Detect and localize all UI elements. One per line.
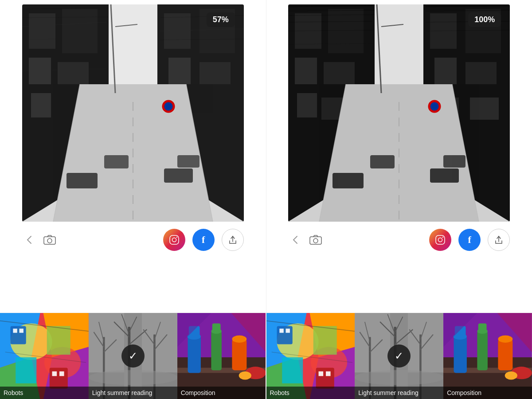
left-percentage-badge: 57% bbox=[207, 12, 235, 27]
svg-rect-62 bbox=[370, 155, 395, 168]
left-thumbnails: Robots bbox=[0, 313, 266, 399]
svg-rect-7 bbox=[31, 93, 51, 117]
right-summer-selected-overlay: ✓ bbox=[355, 313, 443, 399]
svg-rect-173 bbox=[498, 339, 513, 371]
left-summer-checkmark: ✓ bbox=[121, 344, 145, 368]
right-camera-button[interactable] bbox=[308, 232, 324, 248]
svg-rect-93 bbox=[50, 368, 68, 388]
left-panel: 57% f bbox=[0, 0, 266, 313]
svg-rect-56 bbox=[470, 98, 499, 120]
svg-rect-121 bbox=[211, 331, 222, 370]
svg-rect-88 bbox=[16, 357, 36, 383]
right-back-button[interactable] bbox=[288, 233, 302, 247]
svg-point-33 bbox=[47, 239, 52, 243]
facebook-icon: f bbox=[202, 234, 205, 246]
right-image-container: 100% bbox=[288, 4, 510, 222]
left-summer-selected-overlay: ✓ bbox=[89, 313, 177, 399]
right-facebook-button[interactable]: f bbox=[458, 229, 481, 251]
svg-rect-42 bbox=[328, 9, 364, 53]
thumbnail-strips: Robots bbox=[0, 313, 532, 399]
right-thumbnails: Robots bbox=[266, 313, 532, 399]
svg-rect-9 bbox=[164, 13, 191, 49]
svg-rect-123 bbox=[212, 324, 220, 333]
svg-rect-6 bbox=[58, 62, 89, 84]
left-action-bar: f bbox=[22, 222, 244, 255]
svg-rect-124 bbox=[232, 339, 246, 371]
left-share-button[interactable] bbox=[222, 229, 244, 251]
svg-rect-140 bbox=[279, 329, 283, 332]
svg-point-36 bbox=[176, 237, 177, 238]
svg-point-76 bbox=[313, 239, 318, 243]
svg-rect-43 bbox=[295, 58, 317, 84]
svg-rect-92 bbox=[19, 329, 23, 332]
left-summer-label: Light summer reading bbox=[89, 387, 177, 399]
svg-rect-54 bbox=[466, 62, 497, 84]
svg-point-127 bbox=[239, 372, 251, 380]
right-percentage-badge: 100% bbox=[468, 12, 501, 27]
checkmark-icon: ✓ bbox=[129, 350, 137, 362]
right-thumb-summer[interactable]: ✓ Light summer reading bbox=[355, 313, 443, 399]
svg-rect-19 bbox=[104, 155, 129, 168]
svg-point-174 bbox=[498, 336, 513, 343]
svg-rect-77 bbox=[436, 235, 445, 244]
right-instagram-button[interactable] bbox=[429, 229, 451, 251]
svg-rect-141 bbox=[286, 329, 289, 332]
svg-rect-41 bbox=[295, 13, 321, 49]
svg-point-176 bbox=[505, 372, 517, 380]
right-thumb-robots[interactable]: Robots bbox=[266, 313, 355, 399]
right-summer-checkmark: ✓ bbox=[387, 344, 411, 368]
svg-rect-61 bbox=[332, 173, 364, 188]
svg-rect-137 bbox=[282, 357, 303, 383]
svg-rect-90 bbox=[11, 326, 26, 344]
left-camera-button[interactable] bbox=[42, 232, 58, 248]
svg-rect-138 bbox=[313, 326, 336, 355]
svg-rect-11 bbox=[168, 58, 191, 84]
svg-rect-63 bbox=[430, 168, 459, 183]
svg-point-67 bbox=[429, 101, 440, 112]
svg-rect-53 bbox=[434, 58, 457, 84]
facebook-icon-right: f bbox=[468, 234, 471, 246]
svg-rect-3 bbox=[29, 13, 55, 49]
svg-rect-12 bbox=[200, 62, 231, 84]
svg-rect-95 bbox=[59, 372, 64, 376]
left-robots-label: Robots bbox=[0, 387, 89, 399]
svg-rect-20 bbox=[164, 168, 193, 183]
right-checkmark-icon: ✓ bbox=[395, 350, 403, 362]
svg-rect-142 bbox=[316, 368, 334, 388]
svg-rect-94 bbox=[52, 372, 57, 376]
svg-rect-34 bbox=[170, 235, 179, 244]
svg-rect-18 bbox=[66, 173, 98, 188]
svg-rect-21 bbox=[177, 155, 200, 168]
right-share-button[interactable] bbox=[488, 229, 510, 251]
right-panel: 100% f bbox=[266, 0, 532, 313]
svg-rect-89 bbox=[47, 326, 70, 355]
left-facebook-button[interactable]: f bbox=[192, 229, 215, 251]
svg-rect-4 bbox=[62, 9, 98, 53]
left-thumb-summer[interactable]: ✓ Light summer reading bbox=[89, 313, 177, 399]
svg-rect-118 bbox=[188, 336, 200, 373]
svg-rect-172 bbox=[478, 324, 487, 333]
right-composition-label: Composition bbox=[443, 387, 532, 399]
svg-point-78 bbox=[438, 238, 442, 242]
svg-rect-143 bbox=[318, 372, 323, 376]
svg-rect-5 bbox=[29, 58, 51, 84]
svg-point-24 bbox=[163, 101, 174, 112]
left-composition-label: Composition bbox=[177, 387, 266, 399]
right-thumb-composition[interactable]: Composition bbox=[443, 313, 532, 399]
left-image-container: 57% bbox=[22, 4, 244, 222]
right-summer-label: Light summer reading bbox=[355, 387, 443, 399]
left-thumb-robots[interactable]: Robots bbox=[0, 313, 89, 399]
svg-rect-64 bbox=[443, 155, 466, 168]
svg-rect-144 bbox=[326, 372, 331, 376]
svg-rect-139 bbox=[277, 326, 292, 344]
svg-rect-44 bbox=[324, 62, 355, 84]
svg-rect-167 bbox=[454, 336, 467, 373]
svg-point-79 bbox=[442, 237, 443, 238]
right-action-bar: f bbox=[288, 222, 510, 255]
left-instagram-button[interactable] bbox=[163, 229, 185, 251]
right-robots-label: Robots bbox=[266, 387, 355, 399]
svg-rect-91 bbox=[13, 329, 17, 332]
svg-point-125 bbox=[232, 336, 246, 343]
left-back-button[interactable] bbox=[22, 233, 36, 247]
left-thumb-composition[interactable]: Composition bbox=[177, 313, 266, 399]
